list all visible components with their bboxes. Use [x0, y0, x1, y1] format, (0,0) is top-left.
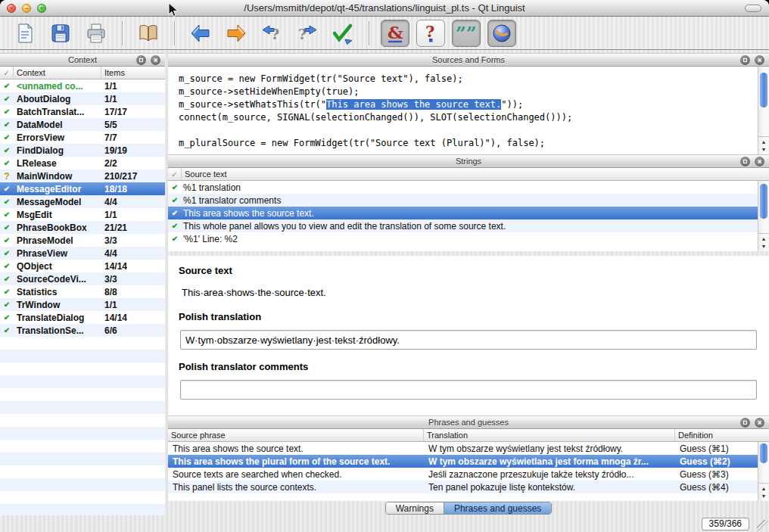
string-row[interactable]: ✔%1 translation — [168, 181, 758, 194]
phrases-panel-header[interactable]: Phrases and guesses ✕ — [168, 415, 769, 429]
next-unfinished-button[interactable]: ? — [293, 20, 322, 47]
context-row[interactable]: ✔TranslationSe...6/6 — [0, 324, 165, 337]
back-arrow-icon — [189, 22, 212, 45]
source-code-view[interactable]: m_source = new FormWidget(tr("Source tex… — [168, 67, 769, 154]
float-panel-button[interactable] — [740, 157, 750, 166]
context-name: DataModel — [14, 120, 101, 130]
phrase-row[interactable]: Source texts are searched when checked.J… — [168, 468, 758, 481]
context-row[interactable]: ✔LRelease2/2 — [0, 157, 165, 170]
phrase-row[interactable]: This area shows the source text.W tym ob… — [168, 442, 758, 455]
done-column-check-icon: ✓ — [168, 168, 182, 180]
translation-input[interactable] — [180, 330, 757, 350]
sources-panel-header[interactable]: Sources and Forms ✕ — [168, 53, 769, 67]
phrasebook-button[interactable] — [134, 20, 163, 47]
string-row[interactable]: ✔'%1' Line: %2 — [168, 232, 758, 245]
qt-linguist-window: × − + /Users/msmith/depot/qt-45/translat… — [0, 0, 769, 532]
string-source-text: This whole panel allows you to view and … — [182, 221, 758, 232]
scroll-down-icon[interactable]: ▼ — [761, 243, 767, 250]
float-icon — [139, 58, 143, 62]
print-button[interactable] — [82, 20, 111, 47]
close-panel-button[interactable]: ✕ — [151, 55, 160, 65]
float-panel-button[interactable] — [740, 55, 750, 65]
toggle-phrase-matches-button[interactable]: ”” — [452, 20, 481, 47]
context-row[interactable]: ✔FindDialog19/19 — [0, 144, 165, 157]
save-button[interactable] — [46, 20, 75, 47]
context-row[interactable]: ✔ErrorsView7/7 — [0, 131, 165, 144]
string-row[interactable]: ✔This whole panel allows you to view and… — [168, 219, 758, 232]
context-row[interactable]: ✔MessageEditor18/18 — [0, 182, 165, 195]
phrases-panel: Source phrase Translation Definition Thi… — [168, 429, 769, 501]
context-items: 6/6 — [101, 325, 165, 336]
scrollbar-thumb[interactable] — [760, 443, 767, 463]
scroll-up-icon[interactable]: ▲ — [761, 485, 767, 493]
scrollbar-arrows[interactable]: ▲▼ — [758, 483, 769, 501]
translator-comments-input[interactable] — [180, 380, 757, 400]
done-check-icon: ✔ — [0, 313, 14, 322]
strings-vertical-scrollbar[interactable]: ▲▼ — [758, 181, 769, 251]
resize-grip[interactable] — [757, 520, 768, 531]
toggle-accelerators-button[interactable]: & — [381, 20, 409, 47]
context-row[interactable]: ✔PhraseView4/4 — [0, 247, 165, 260]
close-panel-button[interactable]: ✕ — [755, 418, 764, 428]
scrollbar-arrows[interactable]: ▲▼ — [758, 136, 769, 154]
strings-panel-header[interactable]: Strings ✕ — [168, 154, 769, 168]
context-row[interactable]: ✔PhraseBookBox21/21 — [0, 221, 165, 234]
context-row[interactable]: ✔SourceCodeVi...3/3 — [0, 272, 165, 285]
toolbar-toggle-button[interactable] — [745, 5, 761, 12]
float-panel-button[interactable] — [740, 418, 750, 428]
scroll-up-icon[interactable]: ▲ — [761, 138, 767, 146]
forward-button[interactable] — [222, 20, 251, 47]
tab-warnings[interactable]: Warnings — [386, 502, 444, 514]
context-row[interactable]: ✔TranslateDialog14/14 — [0, 311, 165, 324]
scrollbar-thumb[interactable] — [760, 184, 767, 219]
scroll-down-icon[interactable]: ▼ — [761, 493, 767, 500]
back-button[interactable] — [186, 20, 215, 47]
translation-label: Polish translation — [179, 311, 760, 322]
minimize-window-button[interactable]: − — [22, 4, 31, 13]
context-row[interactable]: ✔MessageModel4/4 — [0, 195, 165, 208]
code-text: m_source->setWhatsThis(tr(" — [179, 99, 326, 110]
print-icon — [85, 22, 107, 45]
sources-vertical-scrollbar[interactable]: ▲▼ — [758, 67, 769, 154]
string-row[interactable]: ✔%1 translator comments — [168, 194, 758, 207]
string-row[interactable]: ✔This area shows the source text. — [168, 207, 758, 219]
scrollbar-thumb[interactable] — [760, 73, 767, 107]
phrases-column-header[interactable]: Source phrase Translation Definition — [168, 429, 769, 442]
context-row[interactable]: ✔TrWindow1/1 — [0, 298, 165, 311]
tab-phrases-and-guesses[interactable]: Phrases and guesses — [444, 502, 551, 514]
phrase-row[interactable]: This panel lists the source contexts.Ten… — [168, 481, 758, 493]
context-row[interactable]: ?MainWindow210/217 — [0, 170, 165, 182]
context-column-header[interactable]: ✓ Context Items — [0, 67, 165, 79]
phrase-source: This area shows the plural form of the s… — [168, 456, 424, 467]
strings-column-header[interactable]: ✓ Source text — [168, 168, 769, 181]
scrollbar-arrows[interactable]: ▲▼ — [758, 233, 769, 251]
float-panel-button[interactable] — [136, 55, 146, 65]
code-line: m_source->setWhatsThis(tr("This area sho… — [179, 98, 754, 111]
phrases-vertical-scrollbar[interactable]: ▲▼ — [758, 442, 769, 501]
context-row[interactable]: ✔DataModel5/5 — [0, 118, 165, 131]
context-row[interactable]: ✔Statistics8/8 — [0, 285, 165, 298]
context-row[interactable]: ✔PhraseModel3/3 — [0, 234, 165, 247]
close-panel-button[interactable]: ✕ — [755, 157, 764, 166]
open-button[interactable] — [11, 20, 39, 47]
done-and-next-button[interactable] — [328, 20, 357, 47]
phrase-row[interactable]: This area shows the plural form of the s… — [168, 455, 758, 468]
context-row[interactable]: ✔<unnamed co...1/1 — [0, 79, 165, 92]
context-row[interactable]: ✔BatchTranslat...17/17 — [0, 105, 165, 118]
titlebar[interactable]: × − + /Users/msmith/depot/qt-45/translat… — [0, 0, 769, 17]
scroll-down-icon[interactable]: ▼ — [761, 146, 767, 154]
toggle-ending-punctuation-button[interactable]: ? — [416, 20, 445, 47]
scroll-up-icon[interactable]: ▲ — [761, 235, 767, 243]
zoom-window-button[interactable]: + — [37, 4, 46, 13]
context-row[interactable]: ✔QObject14/14 — [0, 260, 165, 272]
toggle-place-markers-button[interactable] — [487, 20, 516, 47]
context-filler-row — [0, 465, 165, 478]
context-items: 4/4 — [101, 197, 165, 207]
close-panel-button[interactable]: ✕ — [755, 55, 764, 65]
close-window-button[interactable]: × — [7, 4, 16, 13]
context-panel-header[interactable]: Context ✕ — [0, 53, 165, 67]
done-check-icon: ✔ — [0, 95, 14, 103]
context-row[interactable]: ✔MsgEdit1/1 — [0, 208, 165, 221]
prev-unfinished-button[interactable]: ? — [257, 20, 286, 47]
context-row[interactable]: ✔AboutDialog1/1 — [0, 92, 165, 105]
